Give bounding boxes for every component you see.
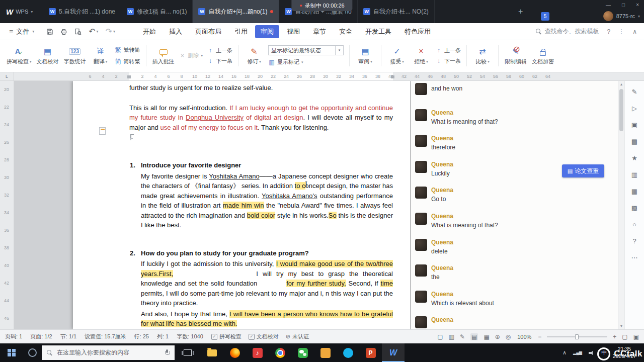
collapse-ribbon-button[interactable]: ∧ <box>632 28 637 35</box>
zoom-slider-thumb[interactable] <box>575 334 579 339</box>
file-menu-button[interactable]: ≡ 文件 ▾ <box>9 27 34 36</box>
spell-check-toggle[interactable]: ✓拼写检查 <box>211 333 242 340</box>
prev-change-button[interactable]: ↑上一条 <box>435 47 461 54</box>
taskbar-app-firefox[interactable] <box>223 343 246 362</box>
document-page[interactable]: further study is urgent for me to realiz… <box>73 81 410 329</box>
show-markup-button[interactable]: ▥显示标记▾ <box>268 58 344 66</box>
document-tab-3[interactable]: W自我介绍+问...题no(1) <box>193 0 279 23</box>
zoom-level[interactable]: 100% <box>516 334 532 340</box>
prev-comment-button[interactable]: ↑上一条 <box>207 47 232 54</box>
scroll-up-icon[interactable]: ▴ <box>618 82 624 86</box>
zoom-out-button[interactable]: − <box>538 333 541 340</box>
markup-state-select[interactable]: 显示标记的最终状态 ▾ <box>268 45 344 55</box>
outline-view-icon[interactable]: ▦ <box>484 333 489 340</box>
command-search[interactable]: 查找命令、搜索模板 <box>536 27 599 36</box>
comment-item-10[interactable]: Queena <box>415 316 453 328</box>
menu-tab-9[interactable]: 开发工具 <box>360 25 397 38</box>
comment-item-2[interactable]: QueenaWhat is meaning of that? <box>415 109 498 125</box>
trad-to-simp-button[interactable]: 繁繁转简 <box>115 46 140 54</box>
help-button[interactable]: ? <box>607 28 611 35</box>
redo-button[interactable]: ↷▾ <box>106 27 115 36</box>
more-tools-icon[interactable]: ⋯ <box>631 254 638 262</box>
save-button[interactable] <box>46 28 53 35</box>
reject-change-button[interactable]: × 拒绝▾ <box>409 42 433 69</box>
print-preview-button[interactable] <box>74 28 82 35</box>
task-view-button[interactable] <box>184 349 192 356</box>
select-tool-icon[interactable]: ▷ <box>632 105 637 113</box>
review-button[interactable]: ▤ 审阅▾ <box>353 42 377 69</box>
proofread-toggle[interactable]: ✓文档校对 <box>249 333 279 340</box>
next-comment-button[interactable]: ↓下一条 <box>207 57 232 65</box>
chevron-down-icon[interactable]: ▾ <box>335 46 343 55</box>
accept-change-button[interactable]: ✓ 接受▾ <box>385 42 409 69</box>
comment-item-4[interactable]: QueenaLuckily <box>415 161 453 177</box>
split-view-icon[interactable]: ▥ <box>631 171 637 179</box>
print-button[interactable] <box>60 28 67 35</box>
taskbar-app-file-explorer[interactable] <box>201 343 223 362</box>
comment-item-1[interactable]: and he won <box>415 83 462 95</box>
spell-check-button[interactable]: A✓ 拼写检查▾ <box>4 42 34 69</box>
taskbar-app-wechat[interactable] <box>291 343 314 362</box>
close-button[interactable]: × <box>636 2 639 8</box>
menu-tab-5[interactable]: 审阅 <box>255 25 279 38</box>
new-tab-button[interactable]: + <box>518 7 523 16</box>
page-view-icon[interactable]: ▤ <box>470 333 478 340</box>
clipboard-icon[interactable]: ▣ <box>631 121 637 129</box>
document-tab-5[interactable]: W自我介绍-杜... NO(2) <box>358 0 435 23</box>
table-tool-icon[interactable]: ▦ <box>631 188 637 196</box>
comment-item-7[interactable]: Queenadelete <box>415 239 453 255</box>
edit-tools-icon[interactable]: ✎ <box>632 88 637 96</box>
network-signal-icon[interactable]: ▂▄▆ <box>573 350 582 355</box>
read-layout-icon[interactable]: ▥ <box>449 333 454 340</box>
web-view-icon[interactable]: ⊕ <box>495 333 500 340</box>
taskbar-app-notes[interactable] <box>314 343 337 362</box>
eye-protect-icon[interactable]: ◎ <box>506 333 511 340</box>
minimize-button[interactable]: — <box>606 2 611 8</box>
horizontal-ruler[interactable]: 6422468101214161820222426283032343638404… <box>0 72 644 81</box>
comment-item-5[interactable]: QueenaGo to <box>415 187 453 203</box>
export-icon[interactable]: ▤ <box>631 138 637 146</box>
compare-button[interactable]: ⇄ 比较▾ <box>470 42 495 69</box>
document-tab-1[interactable]: W5.自我介绍 ...1) done <box>43 0 121 23</box>
track-changes-button[interactable]: ✎ 修订▾ <box>242 42 266 69</box>
help-icon[interactable]: ? <box>632 237 636 245</box>
vertical-ruler[interactable]: 2022242628303234363840424446 <box>0 81 14 329</box>
taskbar-app-wps[interactable]: W <box>382 343 405 362</box>
comment-item-3[interactable]: Queenatherefore <box>415 135 455 151</box>
tab-stop-selector[interactable]: L <box>0 72 14 81</box>
start-button[interactable] <box>0 343 23 362</box>
taskbar-search[interactable]: 在这里输入你要搜索的内容 <box>42 345 175 360</box>
word-count-label[interactable]: 字数: 1040 <box>177 333 203 340</box>
fit-width-icon[interactable]: ▣ <box>633 333 639 340</box>
taskbar-app-tim[interactable] <box>337 343 359 362</box>
menu-tab-10[interactable]: 特色应用 <box>399 25 436 38</box>
favorites-icon[interactable]: ★ <box>631 154 637 162</box>
delete-comment-button[interactable]: ×删除▾ <box>179 52 203 59</box>
menu-tab-3[interactable]: 页面布局 <box>190 25 227 38</box>
comment-item-8[interactable]: Queenathe <box>415 264 453 281</box>
encrypt-document-button[interactable]: 文档加密 <box>529 42 556 69</box>
comment-item-9[interactable]: QueenaWhich is relevant about <box>415 291 494 307</box>
wps-brand[interactable]: W WPS ▾ <box>6 0 33 23</box>
next-change-button[interactable]: ↓下一条 <box>435 57 461 65</box>
zoom-in-button[interactable]: + <box>613 333 616 340</box>
tray-expand-icon[interactable]: ∧ <box>562 349 567 356</box>
undo-button[interactable]: ↶▾ <box>89 27 98 36</box>
fit-page-icon[interactable]: ▢ <box>622 333 627 340</box>
taskbar-app-powerpoint[interactable]: P <box>359 343 382 362</box>
speaker-icon[interactable] <box>589 350 595 355</box>
comment-item-6[interactable]: QueenaWhat is meaning of that? <box>415 213 498 229</box>
message-count-badge[interactable]: 5 <box>541 12 549 21</box>
fullscreen-view-icon[interactable]: ▢ <box>437 333 443 340</box>
cortana-icon[interactable] <box>28 348 37 357</box>
write-mode-icon[interactable]: ✎ <box>460 333 465 340</box>
account-area[interactable]: 8775-rc ▾ <box>603 11 640 21</box>
scrollbar-thumb[interactable] <box>619 89 623 131</box>
menu-tab-7[interactable]: 章节 <box>307 25 332 38</box>
proofread-button[interactable]: ▤ 文档校对 <box>34 42 61 69</box>
taskbar-app-chrome[interactable] <box>269 343 291 362</box>
menu-tab-4[interactable]: 引用 <box>229 25 253 38</box>
menu-tab-1[interactable]: 开始 <box>137 25 162 38</box>
shading-tool-icon[interactable]: ▩ <box>631 204 637 212</box>
insert-comment-button[interactable]: 插入批注 <box>150 42 177 69</box>
